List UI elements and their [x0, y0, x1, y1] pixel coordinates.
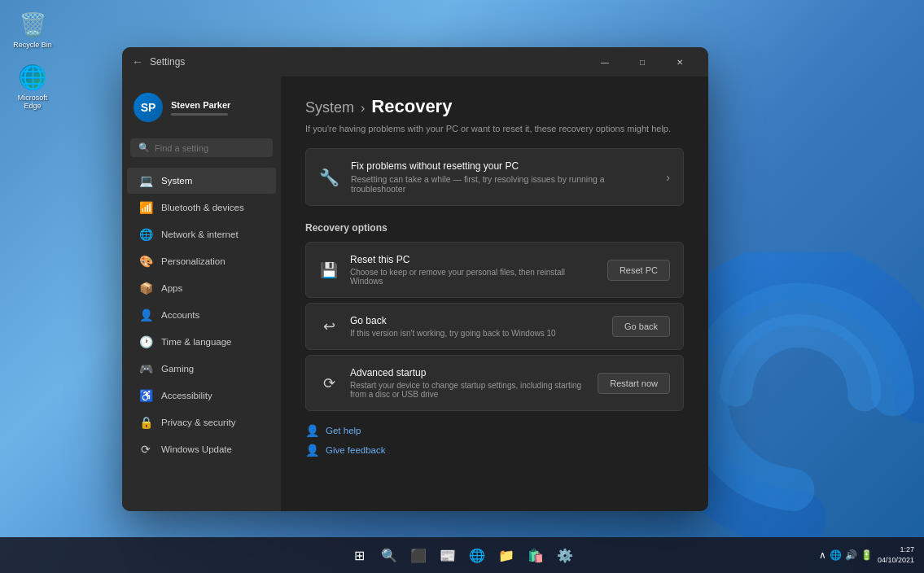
option-title-go-back: Go back: [350, 315, 601, 326]
settings-taskbar[interactable]: ⚙️: [552, 542, 578, 568]
chevron-right-icon: ›: [666, 171, 670, 184]
taskview-button[interactable]: ⬛: [405, 542, 431, 568]
search-box[interactable]: 🔍: [130, 138, 273, 157]
close-button[interactable]: ✕: [661, 47, 698, 77]
user-name: Steven Parker: [171, 100, 230, 110]
option-card-go-back: ↩ Go back If this version isn't working,…: [305, 303, 684, 350]
nav-icon-apps: 📦: [138, 282, 153, 295]
title-bar: ← Settings — □ ✕: [122, 47, 708, 77]
page-subtitle: If you're having problems with your PC o…: [305, 124, 684, 133]
system-tray-icons: ∧ 🌐 🔊 🔋: [819, 549, 873, 561]
option-desc-advanced-startup: Restart your device to change startup se…: [350, 381, 586, 399]
content-area: System › Recovery If you're having probl…: [281, 77, 708, 511]
sidebar-item-personalization[interactable]: 🎨 Personalization: [127, 248, 276, 274]
option-title-advanced-startup: Advanced startup: [350, 367, 586, 378]
desktop-icon-recycle-bin[interactable]: 🗑️ Recycle Bin: [8, 8, 57, 52]
sidebar: SP Steven Parker 🔍 💻 System 📶 Blue: [122, 77, 281, 511]
get-help-link[interactable]: 👤 Get help: [305, 424, 684, 437]
sidebar-item-network[interactable]: 🌐 Network & internet: [127, 221, 276, 247]
breadcrumb: System: [305, 99, 354, 116]
tray-volume[interactable]: 🔊: [845, 549, 857, 561]
settings-body: SP Steven Parker 🔍 💻 System 📶 Blue: [122, 77, 708, 511]
sidebar-item-bluetooth[interactable]: 📶 Bluetooth & devices: [127, 195, 276, 221]
page-header: System › Recovery: [305, 96, 684, 117]
start-button[interactable]: ⊞: [347, 542, 373, 568]
explorer-taskbar[interactable]: 📁: [493, 542, 519, 568]
window-title: Settings: [150, 56, 586, 68]
sidebar-item-apps[interactable]: 📦 Apps: [127, 275, 276, 301]
nav-icon-bluetooth: 📶: [138, 201, 153, 214]
breadcrumb-separator: ›: [361, 101, 365, 116]
nav-label-time: Time & language: [161, 337, 232, 347]
search-taskbar-button[interactable]: 🔍: [376, 542, 402, 568]
sidebar-item-accessibility[interactable]: ♿ Accessibility: [127, 383, 276, 409]
option-btn-go-back[interactable]: Go back: [612, 316, 670, 337]
edge-label: Microsoft Edge: [11, 94, 54, 110]
tray-battery[interactable]: 🔋: [861, 549, 873, 561]
sidebar-item-windows-update[interactable]: ⟳ Windows Update: [127, 436, 276, 462]
clock-time: 1:27: [878, 545, 914, 555]
edge-icon: 🌐: [20, 64, 46, 90]
recycle-bin-icon: 🗑️: [20, 11, 46, 37]
nav-icon-personalization: 🎨: [138, 255, 153, 268]
option-btn-reset-pc[interactable]: Reset PC: [607, 260, 670, 281]
page-title: Recovery: [371, 96, 452, 117]
user-profile[interactable]: SP Steven Parker: [122, 86, 281, 135]
fix-icon: 🔧: [319, 168, 339, 187]
store-taskbar[interactable]: 🛍️: [523, 542, 549, 568]
give-feedback-link[interactable]: 👤 Give feedback: [305, 444, 684, 457]
maximize-button[interactable]: □: [624, 47, 661, 77]
nav-label-privacy: Privacy & security: [161, 418, 235, 427]
recycle-bin-label: Recycle Bin: [13, 41, 52, 49]
settings-window: ← Settings — □ ✕ SP Steven Parker: [122, 47, 708, 511]
clock[interactable]: 1:27 04/10/2021: [878, 545, 914, 565]
option-icon-go-back: ↩: [319, 317, 339, 335]
widgets-button[interactable]: 📰: [435, 542, 461, 568]
tray-arrow[interactable]: ∧: [819, 549, 826, 561]
nav-label-personalization: Personalization: [161, 256, 226, 266]
sidebar-item-system[interactable]: 💻 System: [127, 168, 276, 194]
sidebar-item-accounts[interactable]: 👤 Accounts: [127, 302, 276, 328]
get-help-icon: 👤: [305, 424, 319, 437]
minimize-button[interactable]: —: [586, 47, 624, 77]
give-feedback-label: Give feedback: [326, 445, 386, 455]
search-input[interactable]: [155, 143, 267, 153]
back-button[interactable]: ←: [132, 55, 143, 68]
nav-icon-windows-update: ⟳: [138, 443, 153, 456]
nav-label-accessibility: Accessibility: [161, 391, 212, 400]
tray-network[interactable]: 🌐: [830, 549, 842, 561]
nav-label-apps: Apps: [161, 283, 182, 293]
sidebar-item-gaming[interactable]: 🎮 Gaming: [127, 356, 276, 382]
desktop: 🗑️ Recycle Bin 🌐 Microsoft Edge ← Settin…: [0, 0, 924, 573]
taskbar: ⊞ 🔍 ⬛ 📰 🌐 📁 🛍️ ⚙️ ∧ 🌐 🔊 🔋 1:27 04/10/202…: [0, 537, 924, 573]
options-container: 💾 Reset this PC Choose to keep or remove…: [305, 242, 684, 411]
user-bar: [171, 113, 228, 116]
window-controls: — □ ✕: [586, 47, 698, 77]
sidebar-item-privacy[interactable]: 🔒 Privacy & security: [127, 409, 276, 435]
fix-card-title: Fix problems without resetting your PC: [351, 160, 655, 172]
taskbar-right: ∧ 🌐 🔊 🔋 1:27 04/10/2021: [819, 545, 914, 565]
nav-label-gaming: Gaming: [161, 364, 194, 374]
user-info: Steven Parker: [171, 100, 230, 116]
fix-card-description: Resetting can take a while — first, try …: [351, 174, 655, 194]
nav-label-network: Network & internet: [161, 230, 239, 239]
get-help-label: Get help: [326, 426, 361, 435]
recovery-options-label: Recovery options: [305, 222, 684, 234]
nav-icon-accessibility: ♿: [138, 389, 153, 402]
nav-icon-network: 🌐: [138, 228, 153, 241]
nav-items: 💻 System 📶 Bluetooth & devices 🌐 Network…: [122, 167, 281, 463]
edge-taskbar[interactable]: 🌐: [464, 542, 490, 568]
nav-icon-accounts: 👤: [138, 308, 153, 321]
nav-icon-system: 💻: [138, 174, 153, 187]
fix-problems-card[interactable]: 🔧 Fix problems without resetting your PC…: [305, 148, 684, 206]
option-desc-go-back: If this version isn't working, try going…: [350, 329, 601, 338]
option-btn-advanced-startup[interactable]: Restart now: [598, 373, 670, 394]
search-icon: 🔍: [138, 142, 150, 153]
avatar: SP: [134, 93, 163, 122]
desktop-icon-edge[interactable]: 🌐 Microsoft Edge: [8, 61, 57, 113]
option-icon-advanced-startup: ⟳: [319, 374, 339, 392]
nav-label-windows-update: Windows Update: [161, 444, 232, 454]
option-title-reset-pc: Reset this PC: [350, 254, 596, 265]
nav-label-bluetooth: Bluetooth & devices: [161, 203, 244, 212]
sidebar-item-time[interactable]: 🕐 Time & language: [127, 329, 276, 355]
